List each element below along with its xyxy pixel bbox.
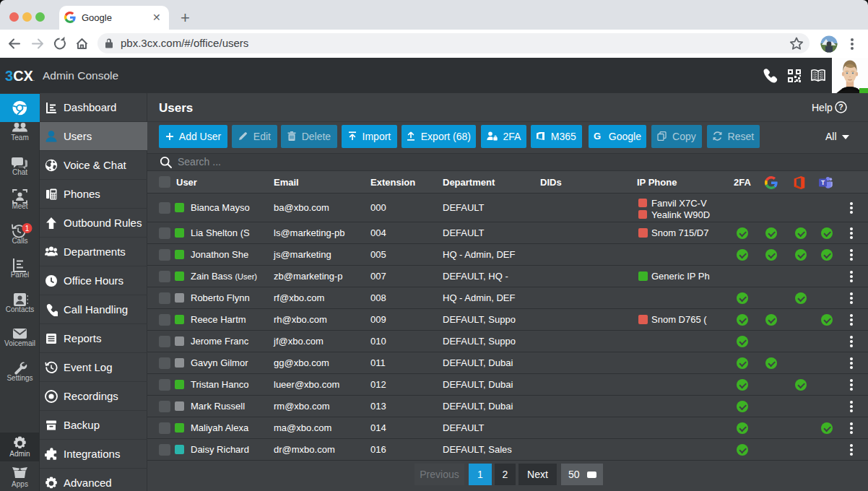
svg-text:Meet: Meet [12,202,27,210]
svg-text:Settings: Settings [6,374,32,382]
svg-text:Chat: Chat [12,168,27,176]
svg-text:Panel: Panel [11,271,30,279]
svg-text:Team: Team [11,134,28,142]
svg-text:Contacts: Contacts [6,305,34,313]
svg-text:Voicemail: Voicemail [4,339,35,347]
svg-text:Apps: Apps [12,480,28,488]
svg-text:G: G [594,131,601,141]
svg-text:?: ? [838,103,843,111]
svg-text:Calls: Calls [12,237,27,245]
svg-text:1: 1 [25,225,30,233]
svg-text:Admin: Admin [9,450,30,458]
